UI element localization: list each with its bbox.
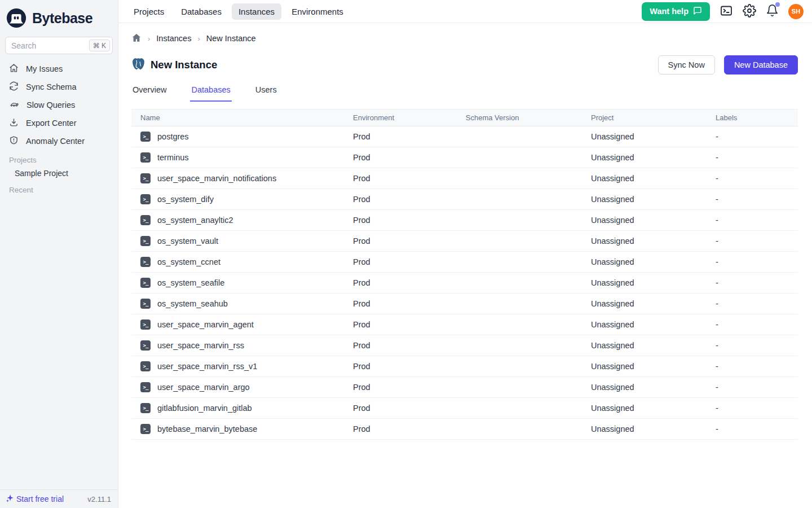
database-labels: - — [707, 216, 798, 225]
database-name[interactable]: gitlabfusion_marvin_gitlab — [157, 404, 252, 413]
table-row[interactable]: >_ user_space_marvin_argo Prod Unassigne… — [131, 377, 798, 398]
top-nav-instances[interactable]: Instances — [232, 3, 281, 20]
download-icon — [9, 117, 19, 129]
database-project: Unassigned — [582, 320, 707, 329]
database-labels: - — [707, 424, 798, 433]
start-free-trial-link[interactable]: Start free trial — [6, 494, 64, 504]
database-project: Unassigned — [582, 299, 707, 308]
turtle-icon — [9, 99, 19, 111]
database-project: Unassigned — [582, 237, 707, 246]
settings-button[interactable] — [743, 4, 756, 19]
database-labels: - — [707, 174, 798, 183]
sidebar-menu: My Issues Sync Schema Slow Queries Expor… — [0, 60, 118, 489]
chevron-right-icon: › — [148, 34, 150, 43]
database-terminal-icon: >_ — [140, 236, 151, 246]
notification-dot — [775, 2, 780, 7]
database-terminal-icon: >_ — [140, 299, 151, 309]
table-row[interactable]: >_ os_system_dify Prod Unassigned - — [131, 189, 798, 210]
table-row[interactable]: >_ user_space_marvin_rss_v1 Prod Unassig… — [131, 356, 798, 377]
app-window: Bytebase ⌘ K My Issues Sync Schema — [0, 0, 812, 508]
tab-databases[interactable]: Databases — [190, 82, 231, 102]
database-name[interactable]: os_system_dify — [157, 195, 214, 204]
bytebase-logo-icon — [6, 7, 27, 29]
breadcrumb-instances[interactable]: Instances — [156, 34, 191, 43]
database-name[interactable]: terminus — [157, 153, 189, 162]
breadcrumb-home[interactable] — [131, 33, 142, 45]
database-name[interactable]: os_system_ccnet — [157, 257, 220, 266]
table-row[interactable]: >_ os_system_seafile Prod Unassigned - — [131, 273, 798, 294]
chevron-right-icon: › — [197, 34, 200, 43]
database-environment: Prod — [344, 404, 457, 413]
page-content: › Instances › New Instance New Ins — [118, 23, 812, 508]
database-name[interactable]: os_system_seahub — [157, 299, 228, 308]
table-row[interactable]: >_ bytebase_marvin_bytebase Prod Unassig… — [131, 419, 798, 440]
database-terminal-icon: >_ — [140, 194, 151, 204]
sidebar-section-projects: Projects — [0, 150, 118, 167]
table-row[interactable]: >_ os_system_anayltic2 Prod Unassigned - — [131, 210, 798, 231]
database-environment: Prod — [344, 424, 457, 433]
database-name[interactable]: user_space_marvin_argo — [157, 383, 250, 392]
sql-editor-button[interactable] — [720, 4, 733, 19]
database-terminal-icon: >_ — [140, 132, 151, 142]
want-help-button[interactable]: Want help — [642, 2, 710, 21]
database-environment: Prod — [344, 278, 457, 287]
top-nav-environments[interactable]: Environments — [285, 3, 350, 20]
database-terminal-icon: >_ — [140, 403, 151, 413]
database-name[interactable]: user_space_marvin_rss — [157, 341, 244, 350]
table-row[interactable]: >_ gitlabfusion_marvin_gitlab Prod Unass… — [131, 398, 798, 419]
table-row[interactable]: >_ os_system_vault Prod Unassigned - — [131, 231, 798, 252]
database-environment: Prod — [344, 257, 457, 266]
sidebar-item-sync-schema[interactable]: Sync Schema — [0, 78, 118, 96]
sidebar-item-label: Slow Queries — [27, 100, 75, 110]
database-project: Unassigned — [582, 278, 707, 287]
database-name[interactable]: os_system_seafile — [157, 278, 224, 287]
databases-table: Name Environment Schema Version Project … — [131, 109, 798, 440]
brand[interactable]: Bytebase — [0, 0, 118, 33]
sidebar-item-slow-queries[interactable]: Slow Queries — [0, 96, 118, 114]
database-labels: - — [707, 404, 798, 413]
database-name[interactable]: user_space_marvin_rss_v1 — [157, 362, 257, 371]
database-name[interactable]: user_space_marvin_notifications — [157, 174, 276, 183]
database-name[interactable]: bytebase_marvin_bytebase — [157, 424, 257, 433]
database-labels: - — [707, 237, 798, 246]
database-name[interactable]: os_system_vault — [157, 237, 218, 246]
top-nav-actions: Want help — [642, 2, 804, 21]
top-nav-projects[interactable]: Projects — [127, 3, 171, 20]
database-project: Unassigned — [582, 404, 707, 413]
brand-name: Bytebase — [32, 10, 92, 27]
database-name[interactable]: postgres — [157, 132, 189, 141]
database-project: Unassigned — [582, 174, 707, 183]
avatar[interactable]: SH — [788, 4, 804, 19]
tab-users[interactable]: Users — [254, 82, 278, 102]
table-row[interactable]: >_ terminus Prod Unassigned - — [131, 147, 798, 168]
top-nav-databases[interactable]: Databases — [174, 3, 228, 20]
sidebar-item-export-center[interactable]: Export Center — [0, 114, 118, 132]
notifications-button[interactable] — [766, 4, 779, 19]
search-shortcut-badge: ⌘ K — [89, 40, 110, 51]
table-row[interactable]: >_ postgres Prod Unassigned - — [131, 126, 798, 147]
tab-overview[interactable]: Overview — [131, 82, 167, 102]
database-labels: - — [707, 132, 798, 141]
sidebar-item-sample-project[interactable]: Sample Project — [0, 167, 118, 180]
table-row[interactable]: >_ os_system_ccnet Prod Unassigned - — [131, 252, 798, 273]
database-environment: Prod — [344, 341, 457, 350]
sync-now-button[interactable]: Sync Now — [658, 55, 715, 75]
home-icon — [9, 63, 19, 75]
table-row[interactable]: >_ os_system_seahub Prod Unassigned - — [131, 294, 798, 314]
terminal-icon — [720, 4, 733, 19]
database-labels: - — [707, 383, 798, 392]
home-icon — [131, 33, 142, 45]
database-terminal-icon: >_ — [140, 319, 151, 330]
database-terminal-icon: >_ — [140, 152, 151, 163]
table-row[interactable]: >_ user_space_marvin_agent Prod Unassign… — [131, 314, 798, 335]
sidebar-item-anomaly-center[interactable]: Anomaly Center — [0, 132, 118, 150]
table-row[interactable]: >_ user_space_marvin_rss Prod Unassigned… — [131, 335, 798, 356]
database-name[interactable]: os_system_anayltic2 — [157, 216, 233, 225]
sync-icon — [9, 81, 19, 93]
sidebar-item-my-issues[interactable]: My Issues — [0, 60, 118, 78]
database-name[interactable]: user_space_marvin_agent — [157, 320, 254, 329]
database-environment: Prod — [344, 320, 457, 329]
new-database-button[interactable]: New Database — [724, 55, 798, 75]
table-row[interactable]: >_ user_space_marvin_notifications Prod … — [131, 168, 798, 189]
want-help-label: Want help — [650, 7, 689, 16]
